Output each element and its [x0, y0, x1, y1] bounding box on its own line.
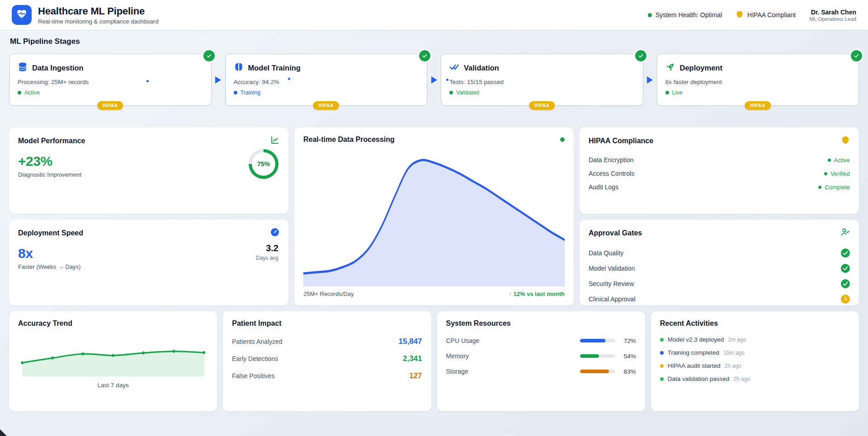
- user-info[interactable]: Dr. Sarah Chen ML Operations Lead: [809, 9, 856, 22]
- app-header: Healthcare ML Pipeline Real-time monitor…: [0, 0, 868, 30]
- stage-card-deployment[interactable]: Deployment 8x faster deployment Live HIP…: [657, 54, 859, 106]
- progress-ring: 75%: [249, 149, 278, 179]
- check-circle-icon: [841, 248, 850, 258]
- hipaa-compliance-card: HIPAA Compliance Data Encryption Active …: [580, 127, 859, 214]
- status-dot: [824, 172, 827, 175]
- speed-value: 8x: [18, 246, 279, 261]
- impact-row: False Positives 127: [232, 367, 422, 384]
- database-icon: [18, 62, 28, 74]
- double-check-icon: [449, 62, 459, 74]
- stage-card-model-training[interactable]: Model Training Accuracy: 94.2% Training …: [225, 54, 428, 106]
- approval-row: Clinical Approval: [589, 291, 850, 306]
- stage-status: Validated: [449, 89, 635, 96]
- stage-card-data-ingestion[interactable]: Data Ingestion Processing: 25M+ records …: [9, 54, 212, 106]
- progress-bar: [580, 354, 615, 358]
- corner-artifact: [0, 429, 7, 436]
- card-title: Deployment Speed: [18, 229, 83, 237]
- model-performance-card: Model Performance +23% Diagnostic Improv…: [9, 127, 288, 214]
- check-circle-icon: [841, 279, 850, 288]
- stage-status: Training: [234, 89, 419, 96]
- user-role: ML Operations Lead: [809, 16, 856, 22]
- card-title: Model Performance: [18, 137, 85, 145]
- system-health-status: System Health: Optimal: [648, 11, 722, 19]
- clock-icon: [841, 295, 850, 304]
- progress-bar: [580, 339, 615, 342]
- user-name: Dr. Sarah Chen: [809, 9, 856, 16]
- shield-icon: [841, 136, 850, 146]
- card-title: Accuracy Trend: [18, 319, 72, 327]
- check-circle-icon: [851, 50, 862, 61]
- status-dot: [449, 91, 453, 94]
- check-circle-icon: [203, 50, 215, 61]
- hipaa-badge: HIPAA: [313, 101, 339, 110]
- compliance-row: Data Encryption Active: [589, 153, 850, 167]
- approval-row: Model Validation: [589, 261, 850, 276]
- activity-row: Data validation passed 2h ago: [660, 372, 850, 385]
- brain-icon: [234, 62, 244, 74]
- compliance-row: Audit Logs Complete: [589, 180, 850, 194]
- accuracy-line-chart: [18, 334, 208, 377]
- resource-row: Memory 54%: [446, 348, 636, 364]
- resource-row: Storage 83%: [446, 364, 636, 379]
- system-resources-card: System Resources CPU Usage 72% Memory 54…: [437, 311, 645, 411]
- data-flow-dot: [446, 79, 448, 81]
- activity-dot: [660, 351, 664, 355]
- vs-last-month-label: ↑ 12% vs last month: [509, 291, 565, 297]
- data-flow-dot: [146, 80, 149, 82]
- days-avg-metric: 3.2 Days avg: [256, 243, 278, 261]
- hipaa-badge: HIPAA: [529, 101, 555, 110]
- card-title: System Resources: [446, 319, 511, 327]
- app-logo: [12, 5, 32, 25]
- compliance-row: Access Controls Verified: [589, 167, 850, 180]
- heart-pulse-icon: [16, 8, 28, 22]
- performance-label: Diagnostic Improvement: [18, 171, 279, 178]
- stage-status: Active: [18, 89, 203, 96]
- progress-ring-label: 75%: [252, 152, 275, 176]
- hipaa-badge: HIPAA: [97, 101, 123, 110]
- dashboard-main: ML Pipeline Stages Data Ingestion Proces…: [0, 30, 868, 411]
- check-circle-icon: [419, 50, 430, 61]
- approval-gates-card: Approval Gates Data Quality: [580, 220, 859, 306]
- chart-caption: Last 7 days: [18, 382, 208, 389]
- recent-activities-card: Recent Activities Model v2.3 deployed 2m…: [651, 311, 859, 411]
- speed-label: Faster (Weeks → Days): [18, 263, 279, 270]
- realtime-processing-card: Real-time Data Processing 25M+ Records/D…: [294, 127, 574, 305]
- approval-row: Data Quality: [589, 245, 850, 261]
- check-circle-icon: [635, 50, 646, 61]
- card-title: Approval Gates: [589, 229, 642, 237]
- flow-arrow-icon: [643, 54, 657, 106]
- gauge-icon: [270, 228, 279, 239]
- card-title: Patient Impact: [232, 319, 281, 327]
- line-chart-icon: [270, 136, 279, 146]
- approval-row: Security Review: [589, 276, 850, 291]
- stage-title: Validation: [464, 64, 499, 72]
- rocket-icon: [665, 62, 675, 74]
- stage-detail: Tests: 15/15 passed: [449, 79, 635, 85]
- status-dot: [828, 159, 831, 162]
- status-dot: [665, 91, 669, 94]
- status-dot: [818, 186, 821, 189]
- health-status-dot: [648, 13, 652, 17]
- flow-arrow-icon: [427, 54, 441, 106]
- user-check-icon: [841, 228, 850, 239]
- stage-title: Deployment: [680, 64, 722, 72]
- accuracy-trend-card: Accuracy Trend Last 7 days: [9, 311, 217, 411]
- status-dot: [18, 91, 21, 94]
- card-title: HIPAA Compliance: [589, 137, 653, 145]
- activity-dot: [660, 377, 664, 381]
- card-title: Real-time Data Processing: [303, 136, 395, 144]
- stage-title: Model Training: [248, 64, 301, 72]
- system-health-label: System Health: Optimal: [656, 11, 722, 19]
- status-dot: [234, 91, 237, 94]
- live-status-dot: [560, 137, 565, 142]
- activity-row: Training completed 15m ago: [660, 346, 850, 359]
- stage-detail: 8x faster deployment: [665, 79, 851, 85]
- activity-dot: [660, 338, 664, 342]
- progress-bar: [580, 370, 615, 373]
- activity-dot: [660, 364, 664, 368]
- realtime-area-chart: [303, 148, 565, 286]
- stage-card-validation[interactable]: Validation Tests: 15/15 passed Validated…: [441, 54, 643, 106]
- deployment-speed-card: Deployment Speed 8x Faster (Weeks → Days…: [9, 220, 288, 306]
- card-title: Recent Activities: [660, 319, 718, 327]
- stage-detail: Accuracy: 94.2%: [234, 79, 419, 85]
